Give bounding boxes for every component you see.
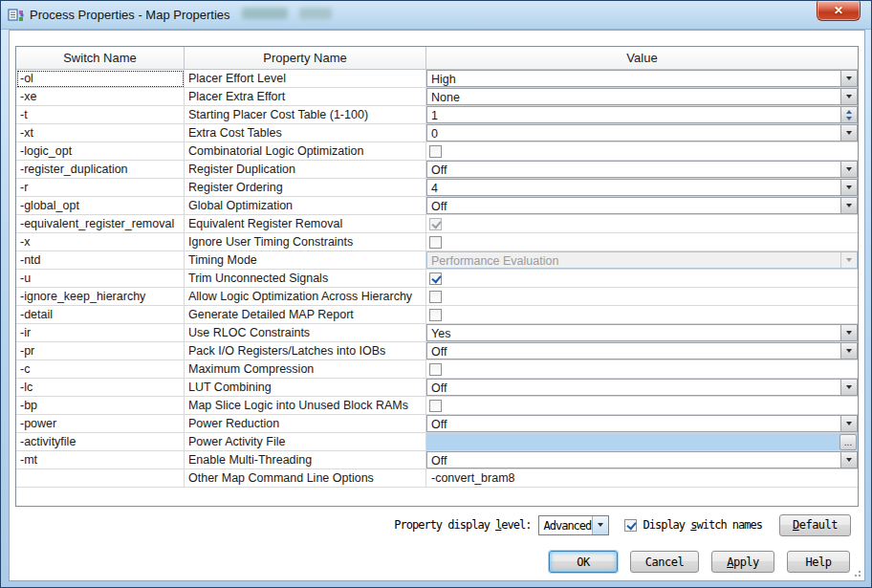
- table-row[interactable]: Other Map Command Line Options-convert_b…: [16, 469, 858, 488]
- value-spinner[interactable]: 1: [426, 106, 858, 123]
- switch-name-cell[interactable]: -ol: [16, 70, 185, 88]
- table-row[interactable]: -prPack I/O Registers/Latches into IOBsO…: [16, 342, 858, 360]
- help-button[interactable]: Help: [787, 551, 850, 573]
- property-name-cell[interactable]: Equivalent Register Removal: [185, 215, 426, 233]
- value-checkbox[interactable]: [429, 236, 442, 249]
- table-row[interactable]: -rRegister Ordering4: [16, 179, 858, 197]
- property-name-cell[interactable]: Placer Effort Level: [185, 70, 426, 88]
- property-name-cell[interactable]: Power Activity File: [185, 433, 426, 451]
- property-name-cell[interactable]: Generate Detailed MAP Report: [185, 306, 426, 324]
- switch-name-cell[interactable]: -c: [16, 360, 185, 379]
- close-button[interactable]: ✕: [817, 1, 861, 21]
- table-row[interactable]: -lcLUT CombiningOff: [16, 379, 858, 397]
- value-checkbox[interactable]: [429, 291, 442, 303]
- chevron-down-icon[interactable]: [840, 125, 857, 141]
- chevron-down-icon[interactable]: [840, 71, 857, 86]
- table-row[interactable]: -uTrim Unconnected Signals: [16, 270, 858, 288]
- property-name-cell[interactable]: Placer Extra Effort: [185, 88, 426, 106]
- chevron-down-icon[interactable]: [840, 198, 857, 213]
- switch-name-cell[interactable]: -ir: [16, 324, 185, 342]
- table-row[interactable]: -mtEnable Multi-ThreadingOff: [16, 451, 858, 469]
- chevron-down-icon[interactable]: [840, 343, 857, 359]
- table-row[interactable]: -tStarting Placer Cost Table (1-100)1: [16, 106, 858, 124]
- table-row[interactable]: -register_duplicationRegister Duplicatio…: [16, 161, 858, 179]
- switch-name-cell[interactable]: -detail: [16, 306, 185, 324]
- value-dropdown[interactable]: Off: [426, 451, 858, 468]
- property-name-cell[interactable]: Other Map Command Line Options: [185, 469, 426, 488]
- chevron-down-icon[interactable]: [592, 516, 608, 534]
- spin-up-icon[interactable]: [846, 110, 852, 114]
- switch-name-cell[interactable]: -pr: [16, 342, 185, 360]
- switch-name-cell[interactable]: -activityfile: [16, 433, 185, 451]
- switch-name-cell[interactable]: -xt: [16, 124, 185, 142]
- value-dropdown[interactable]: High: [426, 70, 858, 87]
- table-row[interactable]: -ignore_keep_hierarchyAllow Logic Optimi…: [16, 288, 858, 306]
- value-checkbox[interactable]: [429, 309, 442, 321]
- value-checkbox[interactable]: [429, 363, 442, 376]
- property-name-cell[interactable]: Allow Logic Optimization Across Hierarch…: [185, 288, 426, 306]
- chevron-down-icon[interactable]: [840, 452, 857, 468]
- switch-name-cell[interactable]: -ignore_keep_hierarchy: [16, 288, 185, 306]
- table-row[interactable]: -irUse RLOC ConstraintsYes: [16, 324, 858, 342]
- value-dropdown[interactable]: 0: [426, 124, 858, 142]
- value-dropdown[interactable]: Off: [426, 415, 858, 432]
- value-dropdown[interactable]: Yes: [426, 324, 858, 341]
- switch-name-cell[interactable]: -t: [16, 106, 185, 124]
- property-name-cell[interactable]: LUT Combining: [185, 379, 426, 397]
- display-level-select[interactable]: Advanced: [538, 515, 609, 535]
- apply-button[interactable]: Apply: [711, 551, 774, 573]
- chevron-down-icon[interactable]: [840, 325, 857, 340]
- ok-button[interactable]: OK: [549, 551, 618, 573]
- table-row[interactable]: -logic_optCombinatorial Logic Optimizati…: [16, 142, 858, 161]
- table-row[interactable]: -olPlacer Effort LevelHigh: [16, 70, 858, 88]
- switch-name-cell[interactable]: -u: [16, 270, 185, 288]
- table-row[interactable]: -ntdTiming ModePerformance Evaluation: [16, 251, 858, 270]
- property-name-cell[interactable]: Global Optimization: [185, 197, 426, 215]
- switch-name-cell[interactable]: [16, 469, 185, 488]
- switch-name-cell[interactable]: -x: [16, 233, 185, 251]
- table-row[interactable]: -cMaximum Compression: [16, 360, 858, 379]
- switch-name-cell[interactable]: -lc: [16, 379, 185, 397]
- switch-name-cell[interactable]: -global_opt: [16, 197, 185, 215]
- switch-name-cell[interactable]: -r: [16, 179, 185, 197]
- spinner-arrows-icon[interactable]: [840, 107, 857, 122]
- switch-name-cell[interactable]: -bp: [16, 397, 185, 415]
- property-name-cell[interactable]: Power Reduction: [185, 415, 426, 433]
- cancel-button[interactable]: Cancel: [630, 551, 699, 573]
- value-checkbox[interactable]: [429, 272, 442, 285]
- value-checkbox[interactable]: [429, 400, 442, 412]
- value-dropdown[interactable]: 4: [426, 179, 858, 196]
- value-checkbox[interactable]: [429, 145, 442, 158]
- spin-down-icon[interactable]: [846, 117, 852, 120]
- property-name-cell[interactable]: Register Duplication: [185, 161, 426, 179]
- chevron-down-icon[interactable]: [840, 380, 857, 395]
- switch-name-cell[interactable]: -power: [16, 415, 185, 433]
- value-dropdown[interactable]: Off: [426, 379, 858, 396]
- value-dropdown[interactable]: Off: [426, 161, 858, 178]
- browse-button[interactable]: ...: [839, 434, 857, 450]
- property-name-cell[interactable]: Ignore User Timing Constraints: [185, 233, 426, 251]
- table-row[interactable]: -bpMap Slice Logic into Unused Block RAM…: [16, 397, 858, 415]
- chevron-down-icon[interactable]: [840, 162, 857, 177]
- property-name-cell[interactable]: Starting Placer Cost Table (1-100): [185, 106, 426, 124]
- property-name-cell[interactable]: Enable Multi-Threading: [185, 451, 426, 469]
- table-row[interactable]: -activityfilePower Activity File...: [16, 433, 858, 451]
- property-name-cell[interactable]: Combinatorial Logic Optimization: [185, 142, 426, 161]
- property-name-cell[interactable]: Pack I/O Registers/Latches into IOBs: [185, 342, 426, 360]
- dialog-titlebar[interactable]: Process Properties - Map Properties ✕: [1, 1, 871, 30]
- property-name-cell[interactable]: Map Slice Logic into Unused Block RAMs: [185, 397, 426, 415]
- switch-name-cell[interactable]: -ntd: [16, 251, 185, 270]
- chevron-down-icon[interactable]: [840, 89, 857, 104]
- switch-name-cell[interactable]: -xe: [16, 88, 185, 106]
- value-dropdown[interactable]: Off: [426, 342, 858, 359]
- property-name-cell[interactable]: Trim Unconnected Signals: [185, 270, 426, 288]
- switch-name-cell[interactable]: -mt: [16, 451, 185, 469]
- table-row[interactable]: -xtExtra Cost Tables0: [16, 124, 858, 142]
- table-row[interactable]: -xePlacer Extra EffortNone: [16, 88, 858, 106]
- default-button[interactable]: Default: [779, 514, 851, 536]
- display-switch-names-checkbox[interactable]: [624, 519, 637, 532]
- table-row[interactable]: -xIgnore User Timing Constraints: [16, 233, 858, 251]
- property-name-cell[interactable]: Maximum Compression: [185, 360, 426, 379]
- property-name-cell[interactable]: Timing Mode: [185, 251, 426, 270]
- resize-grip-icon[interactable]: [851, 567, 861, 577]
